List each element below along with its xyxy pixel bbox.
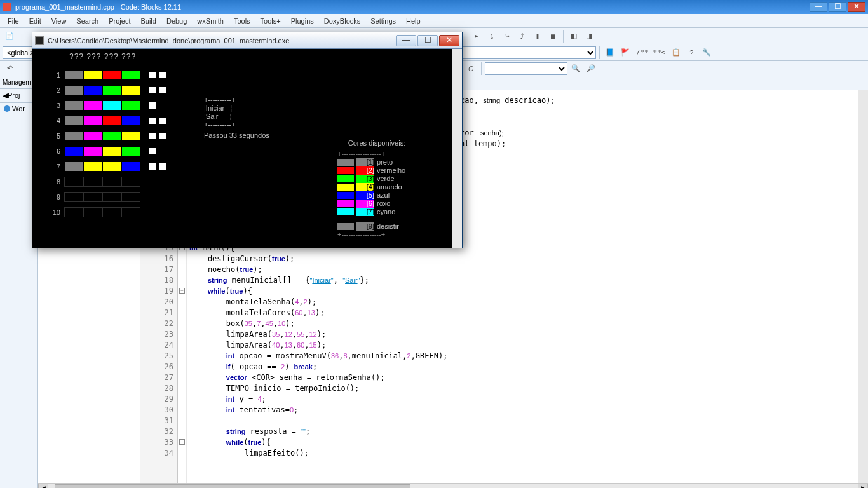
color-cell [64, 146, 83, 156]
color-cell [64, 207, 83, 217]
menu-tools[interactable]: Tools [229, 16, 255, 26]
flag-icon[interactable]: 🚩 [618, 46, 632, 60]
feedback-peg [159, 148, 166, 154]
feedback-peg [149, 194, 156, 200]
close-button[interactable]: ✕ [848, 2, 865, 12]
color-legend-row: [1]preto [337, 158, 405, 166]
console-scrollbar[interactable] [452, 49, 462, 248]
horizontal-scrollbar[interactable]: ◀ ▶ [38, 483, 868, 488]
color-cell [102, 161, 121, 172]
menu-item-iniciar[interactable]: ¦Iniciar ¦ [204, 104, 235, 112]
color-cell [121, 192, 140, 202]
menu-settings[interactable]: Settings [365, 16, 401, 26]
book-icon[interactable]: 📘 [603, 46, 617, 60]
search-icon[interactable]: 🔍 [569, 62, 583, 76]
vertical-scrollbar[interactable] [858, 90, 868, 483]
tool-icon[interactable]: 📋 [669, 46, 683, 60]
target-combo[interactable] [463, 46, 596, 59]
color-cell [121, 131, 140, 141]
menu-wxsmith[interactable]: wxSmith [192, 16, 229, 26]
feedback-peg [159, 72, 166, 78]
color-legend-row: [4]amarelo [337, 183, 405, 191]
console-maximize-button[interactable]: ☐ [417, 35, 438, 46]
timer-text: Passou 33 segundos [204, 132, 269, 140]
color-cell [64, 70, 83, 80]
feedback-peg [159, 209, 166, 215]
feedback-peg [149, 163, 156, 170]
debug-next-icon[interactable]: ⤵ [485, 29, 499, 43]
debug-into-icon[interactable]: ⤷ [500, 29, 514, 43]
console-close-button[interactable]: ✕ [439, 35, 459, 46]
menu-plugins[interactable]: Plugins [286, 16, 319, 26]
color-cell [102, 85, 121, 95]
color-cell [83, 161, 102, 172]
scroll-right-icon[interactable]: ▶ [858, 484, 868, 488]
guess-row: 3 [50, 98, 166, 113]
guess-row: 7 [50, 159, 166, 174]
guess-row: 2 [50, 83, 166, 98]
feedback-peg [159, 87, 166, 93]
case-icon[interactable]: C [464, 62, 478, 76]
main-titlebar: programa_001_mastermind.cpp - Code::Bloc… [0, 0, 868, 14]
menu-file[interactable]: File [3, 16, 24, 26]
menu-build[interactable]: Build [135, 16, 161, 26]
feedback-peg [149, 209, 156, 215]
feedback-peg [149, 72, 156, 78]
menu-item-sair[interactable]: ¦Sair ¦ [204, 112, 235, 121]
console-titlebar[interactable]: C:\Users\Candido\Desktop\Mastermind_done… [32, 32, 462, 49]
scroll-left-icon[interactable]: ◀ [38, 484, 48, 488]
feedback-peg [149, 179, 156, 185]
console-minimize-button[interactable]: — [396, 35, 416, 46]
colors-title: Cores disponíveis: [337, 139, 405, 147]
fold-marker[interactable]: − [179, 288, 185, 294]
menu-search[interactable]: Search [71, 16, 104, 26]
help-icon[interactable]: ? [684, 46, 698, 60]
debug-stop-icon[interactable]: ⏹ [546, 29, 560, 43]
color-cell [102, 146, 121, 156]
color-cell [102, 100, 121, 111]
tool-icon[interactable]: ◧ [567, 29, 581, 43]
menu-doxyblocks[interactable]: DoxyBlocks [319, 16, 365, 26]
menu-view[interactable]: View [46, 16, 72, 26]
color-cell [83, 146, 102, 156]
color-legend-row: [7]cyano [337, 208, 405, 216]
color-cell [121, 116, 140, 126]
debug-pause-icon[interactable]: ⏸ [531, 29, 545, 43]
console-output[interactable]: ??? ??? ??? ??? 12345678910 +----------+… [32, 49, 452, 248]
feedback-peg [159, 133, 166, 139]
feedback-peg [149, 118, 156, 124]
comment-icon[interactable]: /** **< [634, 46, 668, 60]
feedback-peg [159, 194, 166, 200]
scroll-thumb[interactable] [55, 484, 410, 488]
color-legend-row: [2]vermelho [337, 166, 405, 175]
console-window: C:\Users\Candido\Desktop\Mastermind_done… [32, 32, 463, 248]
window-title: programa_001_mastermind.cpp - Code::Bloc… [15, 3, 181, 11]
color-cell [121, 146, 140, 156]
search-combo[interactable] [485, 62, 567, 75]
mastermind-board: ??? ??? ??? ??? 12345678910 [50, 53, 166, 220]
color-legend-row: [6]roxo [337, 200, 405, 208]
menu-help[interactable]: Help [401, 16, 426, 26]
game-menu: +----------+ ¦Iniciar ¦ ¦Sair ¦ +-------… [204, 96, 235, 129]
undo-icon[interactable]: ↶ [3, 62, 17, 76]
menu-debug[interactable]: Debug [161, 16, 192, 26]
fold-marker[interactable]: − [179, 439, 185, 445]
wrench-icon[interactable]: 🔧 [700, 46, 714, 60]
guess-row: 4 [50, 113, 166, 128]
menu-project[interactable]: Project [104, 16, 135, 26]
console-icon [35, 36, 44, 45]
menu-edit[interactable]: Edit [24, 16, 46, 26]
new-file-icon[interactable]: 📄 [3, 29, 17, 43]
minimize-button[interactable]: — [810, 2, 827, 12]
debug-step-icon[interactable]: ▸ [470, 29, 484, 43]
app-icon [3, 3, 11, 11]
guess-row: 10 [50, 205, 166, 220]
feedback-peg [159, 118, 166, 124]
tool-icon[interactable]: ◨ [582, 29, 596, 43]
color-cell [83, 177, 102, 187]
menu-tools+[interactable]: Tools+ [255, 16, 286, 26]
debug-out-icon[interactable]: ⤴ [515, 29, 529, 43]
maximize-button[interactable]: ☐ [829, 2, 846, 12]
search-options-icon[interactable]: 🔎 [584, 62, 598, 76]
feedback-peg [149, 133, 156, 139]
